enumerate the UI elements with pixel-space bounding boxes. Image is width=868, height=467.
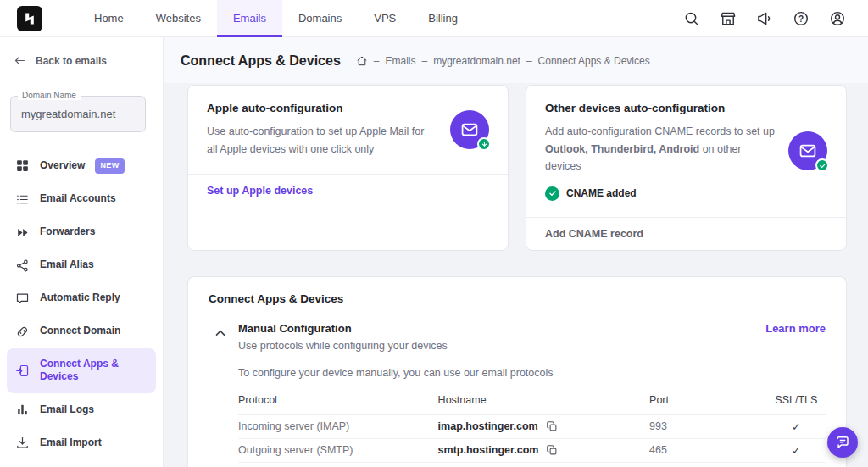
ssl-check: ✓ xyxy=(767,462,826,467)
top-navbar: Home Websites Emails Domains VPS Billing… xyxy=(0,0,868,37)
hostname-value: smtp.hostinger.com xyxy=(438,444,539,456)
nav-vps[interactable]: VPS xyxy=(358,0,412,37)
breadcrumb-domain[interactable]: mygreatdomain.net xyxy=(433,55,520,67)
bold-clients: Outlook, Thunderbird, Android xyxy=(545,143,699,155)
ssl-check: ✓ xyxy=(767,414,826,438)
sidebar-item-email-alias[interactable]: Email Alias xyxy=(7,249,156,282)
sidebar-item-label: Email Logs xyxy=(40,403,94,417)
forward-icon xyxy=(15,225,30,240)
port-cell: 465 xyxy=(649,438,767,462)
apple-autoconfig-card: Apple auto-configuration Use auto-config… xyxy=(187,85,509,251)
sidebar-item-forwarders[interactable]: Forwarders xyxy=(7,216,156,249)
nav-billing[interactable]: Billing xyxy=(412,0,474,37)
help-icon[interactable]: ? xyxy=(793,10,810,27)
autoconfig-cards-row: Apple auto-configuration Use auto-config… xyxy=(187,85,847,251)
import-download-icon xyxy=(15,436,30,450)
sidebar-item-email-import[interactable]: Email Import xyxy=(7,426,156,459)
panel-title: Connect Apps & Devices xyxy=(209,292,826,305)
store-icon[interactable] xyxy=(720,10,737,27)
link-icon xyxy=(15,325,30,339)
copy-icon[interactable] xyxy=(546,420,558,432)
primary-nav: Home Websites Emails Domains VPS Billing xyxy=(78,0,474,37)
other-card-title: Other devices auto-configuration xyxy=(545,102,775,114)
account-icon[interactable] xyxy=(829,10,846,27)
protocol-cell: Outgoing server (SMTP) xyxy=(238,438,438,462)
sidebar-item-connect-domain[interactable]: Connect Domain xyxy=(7,315,156,348)
breadcrumb-separator: – xyxy=(526,55,532,67)
manual-intro-text: To configure your device manually, you c… xyxy=(238,367,826,379)
col-hostname: Hostname xyxy=(438,386,649,415)
domain-name-field[interactable]: Domain Name mygreatdomain.net xyxy=(10,96,146,132)
hostinger-logo-icon xyxy=(23,12,36,25)
breadcrumb-separator: – xyxy=(422,55,428,67)
sidebar-item-email-logs[interactable]: Email Logs xyxy=(7,393,156,426)
port-cell: 993 xyxy=(649,414,767,438)
download-badge-icon xyxy=(477,137,491,151)
sidebar-menu: Overview NEW Email Accounts Forwarders E… xyxy=(0,142,163,466)
search-icon[interactable] xyxy=(683,10,700,27)
sidebar-item-connect-apps-devices[interactable]: Connect Apps & Devices xyxy=(7,348,156,393)
protocol-cell: Incoming server (POP) xyxy=(238,462,438,467)
copy-icon[interactable] xyxy=(546,444,558,456)
table-header-row: Protocol Hostname Port SSL/TLS xyxy=(238,386,826,415)
other-mail-illustration xyxy=(788,131,827,170)
table-row: Incoming server (IMAP) imap.hostinger.co… xyxy=(238,414,826,438)
breadcrumb-current: Connect Apps & Devices xyxy=(538,55,650,67)
manual-configuration-subtitle: Use protocols while configuring your dev… xyxy=(238,340,448,352)
list-icon xyxy=(15,192,30,207)
chat-widget-button[interactable] xyxy=(827,427,858,458)
nav-domains[interactable]: Domains xyxy=(282,0,358,37)
back-label: Back to emails xyxy=(36,55,107,67)
home-icon[interactable] xyxy=(356,55,368,67)
table-row: Outgoing server (SMTP) smtp.hostinger.co… xyxy=(238,438,826,462)
bar-chart-icon xyxy=(15,403,30,417)
other-card-description: Add auto-configuration CNAME records to … xyxy=(545,123,775,175)
sidebar-item-label: Email Alias xyxy=(40,259,94,272)
svg-text:?: ? xyxy=(798,14,804,23)
check-badge-icon xyxy=(815,158,829,172)
apple-card-title: Apple auto-configuration xyxy=(207,102,437,114)
email-sidebar: Back to emails Domain Name mygreatdomain… xyxy=(0,37,164,467)
sidebar-item-label: Overview xyxy=(40,159,85,173)
domain-name-value: mygreatdomain.net xyxy=(21,108,115,120)
page-header: Connect Apps & Devices – Emails – mygrea… xyxy=(164,37,868,83)
learn-more-link[interactable]: Learn more xyxy=(765,322,826,335)
sidebar-item-overview[interactable]: Overview NEW xyxy=(7,149,156,183)
device-connect-icon xyxy=(15,364,30,378)
nav-websites[interactable]: Websites xyxy=(140,0,217,37)
manual-configuration-title: Manual Configuration xyxy=(238,322,448,335)
sidebar-item-email-accounts[interactable]: Email Accounts xyxy=(7,183,156,216)
nav-home[interactable]: Home xyxy=(78,0,140,37)
chevron-up-icon[interactable] xyxy=(213,325,230,342)
setup-apple-devices-link[interactable]: Set up Apple devices xyxy=(207,185,313,197)
sidebar-item-label: Forwarders xyxy=(40,225,95,239)
port-cell: 995 xyxy=(649,462,767,467)
back-arrow-icon xyxy=(14,54,26,67)
hostinger-logo[interactable] xyxy=(17,6,42,31)
connect-apps-devices-panel: Connect Apps & Devices Manual Configurat… xyxy=(187,276,847,467)
announcements-icon[interactable] xyxy=(756,10,773,27)
add-cname-record-link[interactable]: Add CNAME record xyxy=(545,228,643,240)
share-icon xyxy=(15,259,30,273)
back-to-emails-link[interactable]: Back to emails xyxy=(0,37,163,81)
sidebar-item-label: Email Import xyxy=(40,436,102,450)
other-devices-card: Other devices auto-configuration Add aut… xyxy=(526,85,847,251)
sidebar-item-automatic-reply[interactable]: Automatic Reply xyxy=(7,282,156,315)
ssl-check: ✓ xyxy=(767,438,826,462)
breadcrumb-emails[interactable]: Emails xyxy=(385,55,415,67)
nav-emails[interactable]: Emails xyxy=(217,0,282,37)
apple-card-footer: Set up Apple devices xyxy=(188,174,508,207)
page-title: Connect Apps & Devices xyxy=(181,53,341,69)
overview-icon xyxy=(15,158,30,173)
sidebar-item-label: Email Accounts xyxy=(40,192,116,206)
new-badge: NEW xyxy=(95,158,124,174)
hostname-value: imap.hostinger.com xyxy=(438,420,538,432)
sidebar-item-label: Automatic Reply xyxy=(40,292,120,305)
chat-icon xyxy=(835,435,850,450)
protocol-table: Protocol Hostname Port SSL/TLS Incoming … xyxy=(238,386,826,467)
sidebar-item-label: Connect Domain xyxy=(40,325,120,338)
other-card-footer: Add CNAME record xyxy=(526,217,846,250)
breadcrumb-separator: – xyxy=(374,55,380,67)
protocol-cell: Incoming server (IMAP) xyxy=(238,414,438,438)
apple-card-description: Use auto-configuration to set up Apple M… xyxy=(207,123,437,158)
